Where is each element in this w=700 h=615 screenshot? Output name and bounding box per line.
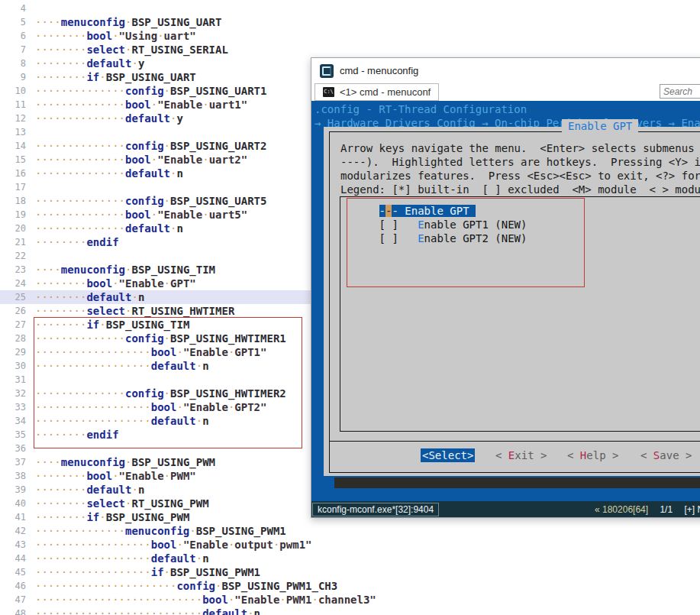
line-number: 32 xyxy=(0,387,26,400)
line-number: 33 xyxy=(0,400,26,414)
line-number: 12 xyxy=(0,112,26,125)
exit-button[interactable]: < Exit > xyxy=(494,448,548,462)
tab-label: <1> cmd - menuconf xyxy=(340,86,431,98)
line-number: 39 xyxy=(0,483,26,497)
status-info: « 180206[64] 1/1 [+] NUM xyxy=(595,504,700,515)
line-number: 14 xyxy=(0,139,26,153)
code-line[interactable]: 46······················config·BSP_USING… xyxy=(0,579,700,593)
code-line[interactable]: 45··················if·BSP_USING_PWM1 xyxy=(0,565,700,579)
line-number: 45 xyxy=(0,565,26,579)
line-number: 9 xyxy=(0,70,26,84)
code-line[interactable]: 5····menuconfig·BSP_USING_UART xyxy=(0,15,700,29)
line-number: 48 xyxy=(0,607,26,615)
dialog-separator xyxy=(329,441,700,442)
dialog-buttons: <Select>< Exit >< Help >< Save > xyxy=(324,448,700,462)
terminal-screen[interactable]: .config - RT-Thread Configuration → Hard… xyxy=(311,101,700,501)
line-number: 16 xyxy=(0,167,26,180)
code-line[interactable]: 43··················bool·"Enable·output·… xyxy=(0,538,700,552)
line-number: 20 xyxy=(0,222,26,235)
status-build-number: « 180206[64] xyxy=(595,504,648,515)
line-number: 13 xyxy=(0,125,26,139)
window-title: cmd - menuconfig xyxy=(340,65,418,76)
console-unused-rows xyxy=(334,477,700,488)
help-button[interactable]: < Help > xyxy=(566,448,620,462)
line-number: 37 xyxy=(0,455,26,469)
menuconfig-dialog: Enable GPT Arrow keys navigate the menu.… xyxy=(324,127,700,476)
status-process-label: kconfig-mconf.exe*[32]:9404 xyxy=(312,503,439,516)
window-title-bar[interactable]: cmd - menuconfig xyxy=(311,58,700,83)
console-tab[interactable]: C:\ <1> cmd - menuconf xyxy=(315,83,439,101)
line-number: 11 xyxy=(0,98,26,112)
code-line[interactable]: 6········bool·"Using·uart" xyxy=(0,29,700,43)
line-number: 34 xyxy=(0,414,26,428)
line-number: 19 xyxy=(0,208,26,222)
cmd-console-icon: C:\ xyxy=(323,87,334,97)
line-number: 29 xyxy=(0,345,26,359)
line-number: 47 xyxy=(0,593,26,607)
code-line[interactable]: 48··························default·n xyxy=(0,607,700,615)
terminal-annotation-box xyxy=(347,198,585,287)
line-number: 41 xyxy=(0,510,26,524)
dialog-help-text: Arrow keys navigate the menu. <Enter> se… xyxy=(340,141,700,196)
line-number: 28 xyxy=(0,332,26,345)
line-number: 15 xyxy=(0,153,26,167)
dialog-title: Enable GPT xyxy=(562,119,638,133)
line-number: 25 xyxy=(0,290,26,304)
tab-search-input[interactable] xyxy=(660,84,700,99)
config-title-line: .config - RT-Thread Configuration xyxy=(311,101,700,116)
line-number: 23 xyxy=(0,263,26,277)
line-number: 38 xyxy=(0,469,26,483)
code-line[interactable]: 47··························bool·"Enable… xyxy=(0,593,700,607)
status-bar: kconfig-mconf.exe*[32]:9404 « 180206[64]… xyxy=(311,501,700,517)
conemu-icon xyxy=(320,64,334,78)
line-number: 46 xyxy=(0,579,26,593)
line-number: 27 xyxy=(0,318,26,332)
line-number: 30 xyxy=(0,359,26,373)
code-line[interactable]: 44··················default·n xyxy=(0,552,700,565)
line-number: 31 xyxy=(0,373,26,387)
line-number: 40 xyxy=(0,497,26,510)
line-number: 22 xyxy=(0,249,26,263)
save-button[interactable]: < Save > xyxy=(639,448,693,462)
line-number: 26 xyxy=(0,304,26,318)
code-line[interactable]: 42··············menuconfig·BSP_USING_PWM… xyxy=(0,524,700,538)
line-number: 21 xyxy=(0,235,26,249)
line-number: 6 xyxy=(0,29,26,43)
line-number: 10 xyxy=(0,84,26,98)
select-button[interactable]: <Select> xyxy=(421,448,475,462)
line-number: 17 xyxy=(0,180,26,194)
line-number: 43 xyxy=(0,538,26,552)
code-line[interactable]: 4 xyxy=(0,2,700,15)
line-number: 18 xyxy=(0,194,26,208)
line-number: 5 xyxy=(0,15,26,29)
code-annotation-box xyxy=(34,317,302,448)
code-line[interactable]: 7········select·RT_USING_SERIAL xyxy=(0,43,700,57)
terminal-window[interactable]: cmd - menuconfig C:\ <1> cmd - menuconf … xyxy=(311,57,700,518)
tab-bar: C:\ <1> cmd - menuconf xyxy=(311,83,700,101)
line-number: 36 xyxy=(0,442,26,455)
line-number: 24 xyxy=(0,277,26,290)
line-number: 8 xyxy=(0,57,26,70)
status-console-count: 1/1 xyxy=(660,504,673,515)
status-num-lock: [+] NUM xyxy=(684,504,700,515)
line-number: 44 xyxy=(0,552,26,565)
line-number: 7 xyxy=(0,43,26,57)
line-number: 4 xyxy=(0,2,26,15)
line-number: 42 xyxy=(0,524,26,538)
line-number: 35 xyxy=(0,428,26,442)
